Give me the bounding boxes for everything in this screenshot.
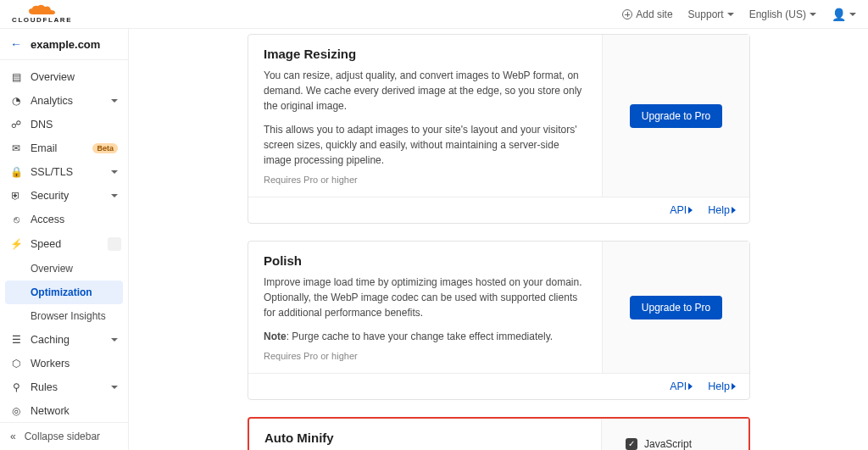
upgrade-button[interactable]: Upgrade to Pro	[630, 104, 722, 128]
nav-label: Speed	[31, 238, 99, 250]
collapse-handle[interactable]	[108, 237, 121, 251]
caret-right-icon	[688, 207, 693, 214]
option-label: JavaScript	[644, 438, 692, 450]
nav-security[interactable]: ⛨ Security	[0, 184, 128, 208]
chevron-down-icon	[111, 386, 118, 389]
card-action-panel: Upgrade to Pro	[602, 35, 749, 197]
network-icon: ◎	[10, 406, 22, 416]
site-name: example.com	[31, 38, 100, 51]
plus-icon	[622, 9, 632, 19]
nav-speed-browser-insights[interactable]: Browser Insights	[0, 304, 128, 328]
sidebar-nav: ▤ Overview ◔ Analytics ☍ DNS ✉ Email Bet…	[0, 60, 128, 422]
chevron-down-icon	[849, 13, 856, 16]
nav-network[interactable]: ◎ Network	[0, 399, 128, 422]
language-label: English (US)	[749, 8, 806, 20]
chevron-down-icon	[111, 194, 118, 197]
bolt-icon: ⚡	[10, 239, 22, 249]
caret-right-icon	[688, 383, 693, 390]
home-icon: ▤	[10, 72, 22, 82]
help-link[interactable]: Help	[708, 204, 736, 216]
card-note: Note: Purge cache to have your change ta…	[264, 329, 587, 344]
workers-icon: ⬡	[10, 358, 22, 369]
note-text: : Purge cache to have your change take e…	[287, 331, 553, 342]
card-action-panel: Upgrade to Pro	[602, 242, 749, 373]
nav-label: Browser Insights	[31, 310, 118, 322]
collapse-icon: «	[10, 431, 16, 442]
main-content: Image Resizing You can resize, adjust qu…	[129, 29, 868, 450]
card-auto-minify: Auto Minify Reduce the file size of sour…	[248, 417, 750, 450]
chevron-down-icon	[111, 338, 118, 342]
api-label: API	[670, 204, 687, 216]
minify-js-option[interactable]: ✓ JavaScript	[612, 438, 692, 450]
card-title: Image Resizing	[264, 47, 587, 61]
card-action-panel: ✓ JavaScript ✓ CSS ✓ HTML	[601, 419, 748, 450]
help-label: Help	[708, 204, 730, 216]
chevron-down-icon	[810, 13, 816, 16]
email-icon: ✉	[10, 143, 22, 153]
analytics-icon: ◔	[10, 96, 22, 106]
cloud-icon	[28, 4, 57, 16]
chevron-down-icon	[111, 170, 118, 174]
nav-label: Rules	[31, 381, 103, 393]
beta-badge: Beta	[92, 143, 118, 153]
chevron-down-icon	[111, 99, 118, 103]
shield-icon: ⛨	[10, 191, 22, 201]
site-selector[interactable]: ← example.com	[0, 29, 128, 60]
nav-label: Overview	[31, 263, 118, 275]
api-label: API	[670, 381, 687, 392]
api-link[interactable]: API	[670, 204, 693, 216]
nav-workers[interactable]: ⬡ Workers	[0, 352, 128, 375]
caching-icon: ☰	[10, 335, 22, 345]
dns-icon: ☍	[10, 119, 22, 130]
card-text: You can resize, adjust quality, and conv…	[264, 68, 587, 114]
api-link[interactable]: API	[670, 381, 693, 392]
collapse-sidebar[interactable]: « Collapse sidebar	[0, 422, 128, 450]
nav-label: DNS	[31, 119, 118, 131]
nav-email[interactable]: ✉ Email Beta	[0, 136, 128, 160]
note-prefix: Note	[264, 331, 287, 342]
nav-speed-optimization[interactable]: Optimization	[5, 281, 123, 304]
language-menu[interactable]: English (US)	[749, 8, 816, 20]
nav-access[interactable]: ⎋ Access	[0, 208, 128, 231]
nav-caching[interactable]: ☰ Caching	[0, 328, 128, 352]
card-title: Auto Minify	[264, 431, 586, 445]
brand-text: CLOUDFLARE	[12, 17, 72, 24]
nav-label: Optimization	[31, 286, 113, 298]
nav-dns[interactable]: ☍ DNS	[0, 113, 128, 136]
caret-right-icon	[732, 383, 736, 390]
checkbox-checked-icon[interactable]: ✓	[626, 438, 637, 450]
card-footer: API Help	[248, 373, 749, 399]
card-footer: API Help	[248, 197, 749, 223]
sidebar: ← example.com ▤ Overview ◔ Analytics ☍ D…	[0, 29, 129, 450]
card-title: Polish	[264, 253, 587, 268]
add-site-link[interactable]: Add site	[622, 8, 672, 20]
help-link[interactable]: Help	[708, 381, 736, 392]
nav-label: Email	[31, 142, 81, 154]
rules-icon: ⚲	[10, 382, 22, 392]
account-menu[interactable]: 👤	[832, 8, 856, 21]
nav-label: Analytics	[31, 95, 103, 107]
brand-logo[interactable]: CLOUDFLARE	[12, 4, 72, 24]
nav-label: Overview	[31, 71, 118, 83]
collapse-label: Collapse sidebar	[25, 431, 100, 442]
topbar-right: Add site Support English (US) 👤	[622, 8, 856, 21]
plan-requirement: Requires Pro or higher	[264, 175, 587, 185]
nav-rules[interactable]: ⚲ Rules	[0, 375, 128, 399]
support-menu[interactable]: Support	[688, 8, 734, 20]
card-polish: Polish Improve image load time by optimi…	[248, 241, 750, 400]
lock-icon: 🔒	[10, 167, 22, 177]
nav-label: SSL/TLS	[31, 166, 103, 178]
upgrade-button[interactable]: Upgrade to Pro	[630, 296, 722, 319]
access-icon: ⎋	[10, 214, 22, 225]
nav-speed-overview[interactable]: Overview	[0, 257, 128, 281]
nav-analytics[interactable]: ◔ Analytics	[0, 89, 128, 113]
back-arrow-icon[interactable]: ←	[10, 37, 22, 51]
nav-speed[interactable]: ⚡ Speed	[0, 231, 128, 257]
chevron-down-icon	[727, 13, 734, 16]
nav-overview[interactable]: ▤ Overview	[0, 65, 128, 89]
support-label: Support	[688, 8, 724, 20]
nav-ssl-tls[interactable]: 🔒 SSL/TLS	[0, 160, 128, 184]
topbar: CLOUDFLARE Add site Support English (US)…	[0, 0, 868, 29]
add-site-label: Add site	[636, 8, 672, 20]
card-text: This allows you to adapt images to your …	[264, 122, 587, 168]
